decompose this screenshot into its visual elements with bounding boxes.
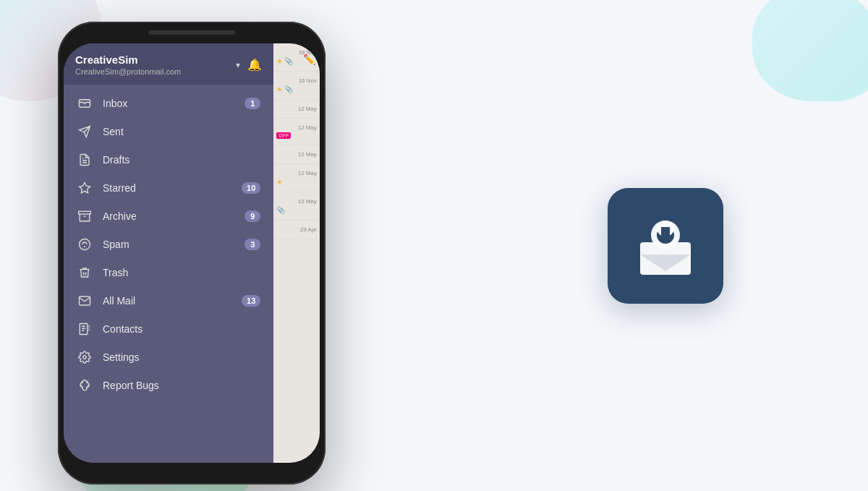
svg-point-6 [80, 239, 90, 250]
sidebar-item-trash[interactable]: Trash [64, 258, 273, 286]
user-email: CreativeSim@protonmail.com [75, 67, 181, 76]
settings-icon [77, 350, 93, 364]
spam-label: Spam [103, 239, 244, 250]
email-list-peek: 18 Nov ★📎 16 Nov ★📎 12 May 12 May OFF 12… [273, 43, 320, 463]
inbox-badge: 1 [244, 98, 260, 109]
user-info: CreativeSim CreativeSim@protonmail.com [75, 54, 181, 76]
svg-point-12 [83, 356, 87, 359]
contacts-label: Contacts [103, 323, 260, 335]
settings-label: Settings [103, 351, 260, 363]
archive-label: Archive [103, 210, 244, 222]
star-icon [77, 181, 93, 195]
sidebar-item-allmail[interactable]: All Mail 13 [64, 286, 273, 315]
starred-label: Starred [103, 182, 242, 194]
sidebar-item-inbox[interactable]: Inbox 1 [64, 89, 273, 117]
header-actions: ▾ 🔔 [233, 58, 262, 72]
spam-icon [77, 237, 93, 251]
contacts-icon [77, 322, 93, 336]
inbox-label: Inbox [103, 98, 244, 109]
protonmail-logo-svg [629, 210, 702, 282]
sent-icon [77, 124, 93, 138]
email-peek-item: 12 May [273, 145, 320, 164]
notification-icon[interactable]: 🔔 [247, 58, 262, 72]
spam-badge: 3 [244, 239, 260, 250]
trash-icon [77, 265, 93, 279]
svg-point-7 [85, 247, 85, 247]
trash-label: Trash [103, 267, 260, 278]
allmail-icon [77, 294, 93, 307]
drafts-label: Drafts [103, 154, 260, 166]
sent-label: Sent [103, 126, 260, 137]
sidebar-item-bugs[interactable]: Report Bugs [64, 371, 273, 399]
sidebar-item-spam[interactable]: Spam 3 [64, 230, 273, 258]
username: CreativeSim [75, 54, 181, 66]
svg-rect-4 [79, 211, 91, 214]
email-peek-item: 12 May [273, 100, 320, 119]
svg-marker-3 [80, 183, 90, 193]
email-peek-item: 16 Nov ★📎 [273, 72, 320, 100]
sidebar-item-settings[interactable]: Settings [64, 343, 273, 371]
svg-rect-17 [661, 227, 670, 237]
archive-icon [77, 209, 93, 223]
phone-screen: 18 Nov ★📎 16 Nov ★📎 12 May 12 May OFF 12… [64, 43, 320, 463]
app-icon-container [608, 188, 723, 304]
sidebar-nav: Inbox 1 Sent [64, 85, 273, 404]
allmail-badge: 13 [242, 295, 260, 307]
phone-frame: 18 Nov ★📎 16 Nov ★📎 12 May 12 May OFF 12… [58, 22, 326, 484]
allmail-label: All Mail [103, 295, 242, 307]
sidebar-item-drafts[interactable]: Drafts [64, 145, 273, 174]
sidebar-header: CreativeSim CreativeSim@protonmail.com ▾… [64, 43, 273, 85]
phone-mockup: 18 Nov ★📎 16 Nov ★📎 12 May 12 May OFF 12… [58, 22, 326, 484]
compose-button[interactable]: ✏️ [303, 54, 315, 65]
sidebar-item-starred[interactable]: Starred 10 [64, 174, 273, 202]
sidebar-item-contacts[interactable]: Contacts [64, 315, 273, 343]
email-peek-item: 12 May 📎 [273, 192, 320, 221]
sidebar-item-archive[interactable]: Archive 9 [64, 202, 273, 230]
starred-badge: 10 [242, 182, 260, 194]
sidebar-item-sent[interactable]: Sent [64, 117, 273, 145]
email-peek-item: 29 Apr [273, 221, 320, 239]
bugs-label: Report Bugs [103, 380, 260, 391]
drafts-icon [77, 153, 93, 166]
sidebar-drawer: CreativeSim CreativeSim@protonmail.com ▾… [64, 43, 273, 463]
svg-rect-8 [80, 324, 88, 335]
dropdown-icon[interactable]: ▾ [236, 60, 240, 70]
inbox-icon [77, 96, 93, 110]
protonmail-app-icon [608, 188, 723, 304]
bg-decoration-tr [752, 0, 868, 101]
bugs-icon [77, 378, 93, 392]
email-peek-item: 12 May OFF [273, 119, 320, 145]
email-peek-item: 12 May ★ [273, 164, 320, 192]
phone-notch [148, 30, 235, 35]
archive-badge: 9 [244, 210, 260, 222]
